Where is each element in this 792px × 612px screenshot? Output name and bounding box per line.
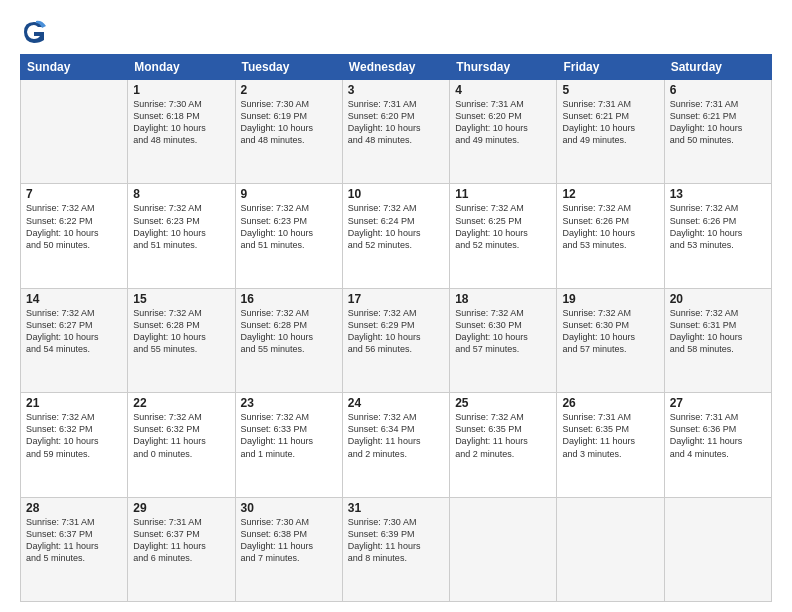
day-number: 12 [562,187,658,201]
day-number: 18 [455,292,551,306]
day-number: 28 [26,501,122,515]
calendar-cell [450,497,557,601]
calendar-cell: 11Sunrise: 7:32 AM Sunset: 6:25 PM Dayli… [450,184,557,288]
day-info: Sunrise: 7:32 AM Sunset: 6:30 PM Dayligh… [562,307,658,356]
calendar-cell: 22Sunrise: 7:32 AM Sunset: 6:32 PM Dayli… [128,393,235,497]
weekday-header-sunday: Sunday [21,55,128,80]
weekday-header-thursday: Thursday [450,55,557,80]
header [20,18,772,46]
calendar-cell: 27Sunrise: 7:31 AM Sunset: 6:36 PM Dayli… [664,393,771,497]
day-number: 25 [455,396,551,410]
day-info: Sunrise: 7:30 AM Sunset: 6:19 PM Dayligh… [241,98,337,147]
day-number: 31 [348,501,444,515]
calendar-cell: 30Sunrise: 7:30 AM Sunset: 6:38 PM Dayli… [235,497,342,601]
day-number: 10 [348,187,444,201]
day-number: 13 [670,187,766,201]
day-info: Sunrise: 7:32 AM Sunset: 6:26 PM Dayligh… [670,202,766,251]
calendar-cell: 3Sunrise: 7:31 AM Sunset: 6:20 PM Daylig… [342,80,449,184]
calendar-cell: 21Sunrise: 7:32 AM Sunset: 6:32 PM Dayli… [21,393,128,497]
logo-icon [20,18,48,46]
day-info: Sunrise: 7:31 AM Sunset: 6:35 PM Dayligh… [562,411,658,460]
day-number: 8 [133,187,229,201]
week-row-1: 1Sunrise: 7:30 AM Sunset: 6:18 PM Daylig… [21,80,772,184]
calendar-cell: 20Sunrise: 7:32 AM Sunset: 6:31 PM Dayli… [664,288,771,392]
day-info: Sunrise: 7:30 AM Sunset: 6:18 PM Dayligh… [133,98,229,147]
week-row-2: 7Sunrise: 7:32 AM Sunset: 6:22 PM Daylig… [21,184,772,288]
day-info: Sunrise: 7:32 AM Sunset: 6:23 PM Dayligh… [241,202,337,251]
weekday-header-friday: Friday [557,55,664,80]
calendar-cell: 1Sunrise: 7:30 AM Sunset: 6:18 PM Daylig… [128,80,235,184]
calendar-cell: 24Sunrise: 7:32 AM Sunset: 6:34 PM Dayli… [342,393,449,497]
day-number: 9 [241,187,337,201]
day-number: 1 [133,83,229,97]
day-number: 6 [670,83,766,97]
day-number: 29 [133,501,229,515]
week-row-5: 28Sunrise: 7:31 AM Sunset: 6:37 PM Dayli… [21,497,772,601]
calendar-cell: 28Sunrise: 7:31 AM Sunset: 6:37 PM Dayli… [21,497,128,601]
day-number: 19 [562,292,658,306]
day-number: 4 [455,83,551,97]
calendar-table: SundayMondayTuesdayWednesdayThursdayFrid… [20,54,772,602]
day-info: Sunrise: 7:32 AM Sunset: 6:22 PM Dayligh… [26,202,122,251]
day-info: Sunrise: 7:32 AM Sunset: 6:30 PM Dayligh… [455,307,551,356]
day-info: Sunrise: 7:32 AM Sunset: 6:29 PM Dayligh… [348,307,444,356]
day-number: 27 [670,396,766,410]
calendar-cell: 6Sunrise: 7:31 AM Sunset: 6:21 PM Daylig… [664,80,771,184]
calendar-cell: 4Sunrise: 7:31 AM Sunset: 6:20 PM Daylig… [450,80,557,184]
day-number: 21 [26,396,122,410]
day-number: 22 [133,396,229,410]
day-info: Sunrise: 7:32 AM Sunset: 6:25 PM Dayligh… [455,202,551,251]
day-info: Sunrise: 7:30 AM Sunset: 6:38 PM Dayligh… [241,516,337,565]
calendar-cell [664,497,771,601]
calendar-cell: 29Sunrise: 7:31 AM Sunset: 6:37 PM Dayli… [128,497,235,601]
calendar-cell [21,80,128,184]
calendar-cell: 8Sunrise: 7:32 AM Sunset: 6:23 PM Daylig… [128,184,235,288]
day-number: 16 [241,292,337,306]
week-row-3: 14Sunrise: 7:32 AM Sunset: 6:27 PM Dayli… [21,288,772,392]
weekday-header-saturday: Saturday [664,55,771,80]
day-number: 11 [455,187,551,201]
day-number: 20 [670,292,766,306]
day-number: 23 [241,396,337,410]
calendar-cell: 26Sunrise: 7:31 AM Sunset: 6:35 PM Dayli… [557,393,664,497]
day-info: Sunrise: 7:32 AM Sunset: 6:28 PM Dayligh… [133,307,229,356]
day-info: Sunrise: 7:32 AM Sunset: 6:23 PM Dayligh… [133,202,229,251]
calendar-cell: 18Sunrise: 7:32 AM Sunset: 6:30 PM Dayli… [450,288,557,392]
day-info: Sunrise: 7:32 AM Sunset: 6:24 PM Dayligh… [348,202,444,251]
calendar-cell: 17Sunrise: 7:32 AM Sunset: 6:29 PM Dayli… [342,288,449,392]
day-info: Sunrise: 7:32 AM Sunset: 6:27 PM Dayligh… [26,307,122,356]
weekday-header-tuesday: Tuesday [235,55,342,80]
calendar-cell: 2Sunrise: 7:30 AM Sunset: 6:19 PM Daylig… [235,80,342,184]
day-info: Sunrise: 7:32 AM Sunset: 6:28 PM Dayligh… [241,307,337,356]
calendar-cell [557,497,664,601]
day-info: Sunrise: 7:31 AM Sunset: 6:21 PM Dayligh… [670,98,766,147]
day-number: 15 [133,292,229,306]
calendar-cell: 16Sunrise: 7:32 AM Sunset: 6:28 PM Dayli… [235,288,342,392]
day-number: 14 [26,292,122,306]
logo [20,18,50,46]
day-number: 30 [241,501,337,515]
day-info: Sunrise: 7:31 AM Sunset: 6:37 PM Dayligh… [26,516,122,565]
page: SundayMondayTuesdayWednesdayThursdayFrid… [0,0,792,612]
calendar-cell: 9Sunrise: 7:32 AM Sunset: 6:23 PM Daylig… [235,184,342,288]
day-number: 26 [562,396,658,410]
day-number: 7 [26,187,122,201]
day-number: 3 [348,83,444,97]
day-info: Sunrise: 7:32 AM Sunset: 6:35 PM Dayligh… [455,411,551,460]
day-info: Sunrise: 7:31 AM Sunset: 6:20 PM Dayligh… [455,98,551,147]
day-info: Sunrise: 7:32 AM Sunset: 6:34 PM Dayligh… [348,411,444,460]
day-number: 24 [348,396,444,410]
day-info: Sunrise: 7:30 AM Sunset: 6:39 PM Dayligh… [348,516,444,565]
day-info: Sunrise: 7:32 AM Sunset: 6:32 PM Dayligh… [133,411,229,460]
calendar-cell: 14Sunrise: 7:32 AM Sunset: 6:27 PM Dayli… [21,288,128,392]
week-row-4: 21Sunrise: 7:32 AM Sunset: 6:32 PM Dayli… [21,393,772,497]
day-number: 17 [348,292,444,306]
calendar-cell: 15Sunrise: 7:32 AM Sunset: 6:28 PM Dayli… [128,288,235,392]
calendar-cell: 7Sunrise: 7:32 AM Sunset: 6:22 PM Daylig… [21,184,128,288]
day-info: Sunrise: 7:31 AM Sunset: 6:37 PM Dayligh… [133,516,229,565]
calendar-cell: 23Sunrise: 7:32 AM Sunset: 6:33 PM Dayli… [235,393,342,497]
day-info: Sunrise: 7:32 AM Sunset: 6:33 PM Dayligh… [241,411,337,460]
day-info: Sunrise: 7:31 AM Sunset: 6:36 PM Dayligh… [670,411,766,460]
calendar-cell: 19Sunrise: 7:32 AM Sunset: 6:30 PM Dayli… [557,288,664,392]
weekday-header-wednesday: Wednesday [342,55,449,80]
